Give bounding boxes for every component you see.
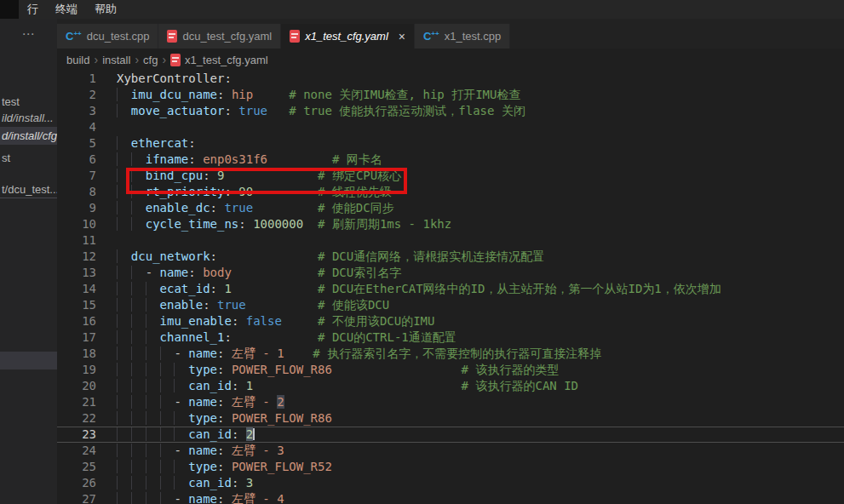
code-text: - name: 左臂 - 4	[96, 491, 844, 504]
code-line[interactable]: 11	[57, 232, 844, 249]
menu-item-terminal[interactable]: 终端	[47, 0, 86, 19]
code-line[interactable]: 21 - name: 左臂 - 2	[57, 394, 844, 410]
tab-x1_test.cpp[interactable]: C++x1_test.cpp	[415, 24, 510, 49]
line-number: 17	[57, 329, 96, 346]
code-text	[96, 119, 844, 135]
breadcrumb: build › install › cfg › x1_test_cfg.yaml	[57, 49, 844, 71]
code-line[interactable]: 15 enable: true # 使能该DCU	[57, 297, 844, 313]
breadcrumb-item[interactable]: cfg	[143, 54, 158, 66]
code-line[interactable]: 1XyberController:	[57, 71, 844, 87]
code-text: can_id: 1 # 该执行器的CAN ID	[96, 378, 844, 394]
code-line[interactable]: 23 can_id: 2	[57, 427, 844, 443]
code-line[interactable]: 19 type: POWER_FLOW_R86 # 该执行器的类型	[57, 362, 844, 378]
code-text: enable_dc: true # 使能DC同步	[96, 200, 844, 216]
code-text: ethercat:	[96, 135, 844, 152]
menu-item-help[interactable]: 帮助	[86, 0, 125, 19]
cpp-file-icon: C++	[423, 30, 439, 43]
code-line[interactable]: 10 cycle_time_ns: 1000000 # 刷新周期1ms - 1k…	[57, 216, 844, 232]
code-line[interactable]: 26 can_id: 3	[57, 475, 844, 491]
code-text: type: POWER_FLOW_R86 # 该执行器的类型	[96, 362, 844, 378]
line-number: 16	[57, 313, 96, 329]
code-line[interactable]: 17 channel_1: # DCU的CTRL-1通道配置	[57, 329, 844, 346]
code-line[interactable]: 3 move_actuator: true # true 使能执行器运动测试，f…	[57, 103, 844, 119]
code-line[interactable]: 20 can_id: 1 # 该执行器的CAN ID	[57, 378, 844, 394]
sidebar-header: ⋯	[0, 19, 57, 49]
sidebar-row[interactable]: st	[0, 149, 57, 167]
line-number: 3	[57, 103, 96, 119]
sidebar: testild/install...d/install/cfgstt/dcu_t…	[0, 49, 57, 504]
code-line[interactable]: 7 bind_cpu: 9 # 绑定CPU核心	[57, 168, 844, 184]
breadcrumb-file[interactable]: x1_test_cfg.yaml	[185, 54, 268, 66]
sidebar-row[interactable]: t/dcu_test...	[0, 180, 57, 198]
line-number: 13	[57, 265, 96, 281]
code-text: - name: 左臂 - 3	[96, 443, 844, 459]
code-text: cycle_time_ns: 1000000 # 刷新周期1ms - 1khz	[96, 216, 844, 232]
menu-item-run[interactable]: 行	[19, 0, 47, 19]
line-number: 9	[57, 200, 96, 216]
code-line[interactable]: 9 enable_dc: true # 使能DC同步	[57, 200, 844, 216]
tab-dcu_test_cfg.yaml[interactable]: dcu_test_cfg.yaml	[158, 24, 281, 49]
close-icon[interactable]: ×	[399, 30, 405, 43]
code-text: bind_cpu: 9 # 绑定CPU核心	[96, 168, 844, 184]
sidebar-row[interactable]: d/install/cfg	[0, 127, 57, 145]
yaml-file-icon	[170, 54, 181, 66]
code-line[interactable]: 5 ethercat:	[57, 135, 844, 152]
code-line[interactable]: 13 - name: body # DCU索引名字	[57, 265, 844, 281]
code-line[interactable]: 2 imu_dcu_name: hip # none 关闭IMU检查, hip …	[57, 87, 844, 103]
tab-label: x1_test.cpp	[445, 30, 502, 43]
code-text: - name: body # DCU索引名字	[96, 265, 844, 281]
line-number: 6	[57, 152, 96, 168]
code-text: channel_1: # DCU的CTRL-1通道配置	[96, 329, 844, 346]
code-line[interactable]: 22 type: POWER_FLOW_R86	[57, 410, 844, 427]
line-number: 26	[57, 475, 96, 491]
code-text: imu_dcu_name: hip # none 关闭IMU检查, hip 打开…	[96, 87, 844, 103]
code-text: ecat_id: 1 # DCU在EtherCAT网络中的ID，从主站开始，第一…	[96, 281, 844, 297]
breadcrumb-item[interactable]: build	[66, 54, 89, 66]
code-line[interactable]: 25 type: POWER_FLOW_R52	[57, 459, 844, 475]
editor-pane[interactable]: build › install › cfg › x1_test_cfg.yaml…	[57, 49, 844, 504]
line-number: 14	[57, 281, 96, 297]
sidebar-row[interactable]: ild/install...	[0, 109, 57, 127]
code-text: can_id: 3	[96, 475, 844, 491]
tab-label: dcu_test.cpp	[87, 30, 150, 43]
code-line[interactable]: 8 rt_priority: 90 # 线程优先级	[57, 184, 844, 200]
line-number: 24	[57, 443, 96, 459]
code-text: can_id: 2	[96, 427, 844, 442]
line-number: 19	[57, 362, 96, 378]
code-line[interactable]: 24 - name: 左臂 - 3	[57, 443, 844, 459]
tab-label: dcu_test_cfg.yaml	[182, 30, 272, 43]
code-line[interactable]: 6 ifname: enp0s31f6 # 网卡名	[57, 152, 844, 168]
yaml-file-icon	[167, 30, 177, 43]
code-line[interactable]: 12 dcu_network: # DCU通信网络，请根据实机连接情况配置	[57, 249, 844, 265]
line-number: 27	[57, 491, 96, 504]
line-number: 7	[57, 168, 96, 184]
breadcrumb-item[interactable]: install	[102, 54, 130, 66]
line-number: 20	[57, 378, 96, 394]
line-number: 1	[57, 71, 96, 87]
code-line[interactable]: 18 - name: 左臂 - 1 # 执行器索引名字，不需要控制的执行器可直接…	[57, 346, 844, 362]
sidebar-row[interactable]: test	[0, 93, 57, 111]
code-area[interactable]: 1XyberController:2 imu_dcu_name: hip # n…	[57, 71, 844, 504]
sidebar-row[interactable]	[0, 352, 57, 369]
tab-label: x1_test_cfg.yaml	[305, 30, 388, 43]
code-line[interactable]: 16 imu_enable: false # 不使用该DCU的IMU	[57, 313, 844, 329]
code-line[interactable]: 27 - name: 左臂 - 4	[57, 491, 844, 504]
code-text: type: POWER_FLOW_R52	[96, 459, 844, 475]
code-line[interactable]: 4	[57, 119, 844, 135]
tab-bar: ⋯ C++dcu_test.cppdcu_test_cfg.yamlx1_tes…	[0, 19, 844, 49]
chevron-right-icon: ›	[162, 53, 166, 66]
code-line[interactable]: 14 ecat_id: 1 # DCU在EtherCAT网络中的ID，从主站开始…	[57, 281, 844, 297]
tab-dcu_test.cpp[interactable]: C++dcu_test.cpp	[57, 24, 158, 49]
line-number: 12	[57, 249, 96, 265]
line-number: 5	[57, 135, 96, 152]
ellipsis-icon[interactable]: ⋯	[22, 26, 36, 42]
code-text: imu_enable: false # 不使用该DCU的IMU	[96, 313, 844, 329]
text-cursor	[253, 428, 255, 440]
code-text: dcu_network: # DCU通信网络，请根据实机连接情况配置	[96, 249, 844, 265]
chevron-right-icon: ›	[135, 53, 139, 66]
code-text: - name: 左臂 - 1 # 执行器索引名字，不需要控制的执行器可直接注释掉	[96, 346, 844, 362]
tab-x1_test_cfg.yaml[interactable]: x1_test_cfg.yaml×	[281, 24, 415, 49]
line-number: 11	[57, 232, 96, 249]
vscode-window: 行 终端 帮助 ⋯ C++dcu_test.cppdcu_test_cfg.ya…	[0, 0, 844, 504]
cpp-file-icon: C++	[66, 30, 82, 43]
